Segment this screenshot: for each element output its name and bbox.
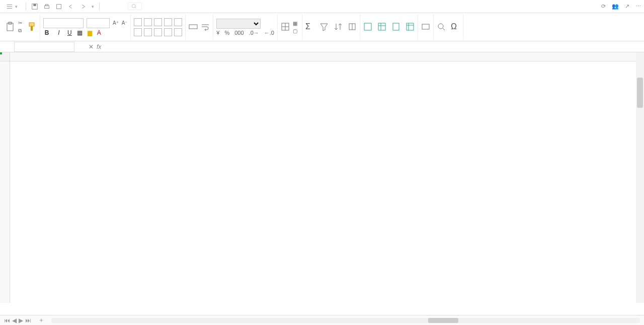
number-format-select[interactable] [216, 19, 261, 29]
save-icon[interactable] [31, 3, 38, 10]
add-sheet-button[interactable]: ＋ [35, 316, 47, 324]
svg-rect-9 [31, 26, 33, 31]
select-all-corner[interactable] [0, 52, 10, 61]
svg-point-5 [132, 4, 135, 8]
file-menu[interactable]: ▾ [3, 2, 21, 11]
funnel-icon [319, 22, 329, 31]
merge-center-button[interactable] [189, 22, 198, 32]
symbol-button[interactable]: Ω [451, 22, 460, 32]
svg-rect-17 [422, 24, 429, 29]
sheet-nav-arrows[interactable]: ⏮ ◀ ▶ ⏭ [0, 317, 35, 324]
sort-icon [334, 22, 343, 31]
more-icon[interactable]: ⋯ [635, 3, 641, 10]
last-sheet-icon[interactable]: ⏭ [25, 317, 31, 324]
first-sheet-icon[interactable]: ⏮ [4, 317, 10, 324]
fill-color-button[interactable]: ▆ [88, 29, 92, 36]
prev-sheet-icon[interactable]: ◀ [12, 317, 17, 324]
sort-button[interactable] [334, 22, 343, 32]
redo-icon[interactable] [79, 3, 87, 10]
vertical-scrollbar[interactable] [636, 52, 644, 303]
copy-button[interactable]: ⧉ [18, 28, 24, 34]
table-icon: ▦ [293, 21, 297, 26]
sum-button[interactable]: Σ [305, 22, 314, 32]
wrap-text-button[interactable] [201, 22, 210, 32]
paste-icon [5, 22, 15, 32]
cells-button[interactable] [363, 22, 372, 32]
font-size-select[interactable] [87, 18, 110, 28]
comma-icon[interactable]: 000 [234, 30, 244, 36]
cells-icon [363, 22, 372, 31]
cond-format-button[interactable] [281, 22, 290, 32]
italic-button[interactable]: I [55, 29, 62, 36]
currency-icon[interactable]: ¥ [216, 30, 219, 36]
sync-status[interactable]: ⟳ [601, 3, 606, 10]
decrease-font-icon[interactable]: A⁻ [122, 20, 128, 26]
preview-icon[interactable] [55, 3, 62, 10]
qat-more-icon[interactable]: ▾ [92, 4, 94, 9]
copy-icon: ⧉ [18, 28, 22, 34]
svg-rect-16 [407, 23, 414, 30]
row-headers[interactable] [0, 61, 10, 303]
cut-button[interactable]: ✂ [18, 20, 24, 26]
font-name-select[interactable] [43, 18, 84, 28]
scissors-icon: ✂ [18, 20, 22, 26]
sheet-button[interactable] [391, 22, 400, 32]
paste-button[interactable] [5, 22, 15, 33]
formula-input[interactable] [101, 42, 644, 52]
cancel-icon[interactable]: ✕ [89, 43, 94, 50]
svg-rect-1 [33, 4, 36, 6]
merge-icon [189, 22, 198, 31]
share-button[interactable]: ↗ [625, 3, 629, 10]
rowcol-icon [377, 22, 386, 31]
formula-bar: ✕ fx [0, 41, 644, 52]
svg-point-18 [438, 24, 443, 29]
find-button[interactable] [437, 22, 446, 32]
dec-decimal-icon[interactable]: ←.0 [264, 30, 274, 36]
svg-rect-4 [57, 4, 61, 9]
svg-rect-10 [189, 25, 197, 29]
spreadsheet-grid[interactable] [0, 52, 644, 303]
print-icon[interactable] [43, 3, 50, 10]
search-icon [437, 22, 446, 31]
svg-rect-3 [45, 4, 48, 6]
rowcol-button[interactable] [377, 22, 386, 32]
svg-rect-13 [364, 23, 371, 30]
table-style-button[interactable]: ▦ [293, 21, 299, 26]
alignment-group[interactable] [134, 18, 182, 36]
inc-decimal-icon[interactable]: .0→ [249, 30, 259, 36]
brush-icon [27, 22, 37, 32]
grid-icon [281, 22, 290, 31]
top-right-actions: ⟳ 👥 ↗ ⋯ [601, 3, 641, 10]
increase-font-icon[interactable]: A⁺ [113, 20, 119, 26]
cell-style-button[interactable]: ▢ [293, 28, 299, 34]
underline-button[interactable]: U [67, 29, 72, 36]
percent-icon[interactable]: % [224, 30, 229, 36]
border-button[interactable]: ▦ [77, 29, 83, 36]
command-search[interactable] [128, 3, 142, 10]
svg-rect-14 [378, 23, 385, 30]
menu-bar: ▾ ▾ ⟳ 👥 ↗ ⋯ [0, 0, 644, 13]
next-sheet-icon[interactable]: ▶ [19, 317, 23, 324]
name-box[interactable] [14, 42, 74, 52]
format-painter-button[interactable] [27, 22, 37, 33]
font-color-button[interactable]: A [97, 29, 101, 36]
collab-button[interactable]: 👥 [612, 3, 619, 10]
freeze-button[interactable] [406, 22, 415, 32]
fill-icon [348, 22, 357, 31]
column-headers[interactable] [10, 52, 636, 61]
svg-rect-8 [29, 23, 34, 26]
fill-button[interactable] [348, 22, 357, 32]
svg-rect-7 [9, 22, 12, 24]
sigma-icon: Σ [305, 22, 314, 31]
svg-rect-2 [45, 6, 49, 8]
filter-button[interactable] [319, 22, 329, 32]
tabletool-button[interactable] [421, 22, 430, 32]
fx-icon[interactable]: fx [97, 43, 101, 50]
quick-access-toolbar: ▾ [31, 3, 94, 10]
horizontal-scrollbar[interactable] [51, 318, 640, 323]
tabletool-icon [421, 22, 430, 31]
menu-icon [6, 3, 13, 10]
bold-button[interactable]: B [43, 29, 50, 36]
cell-icon: ▢ [293, 28, 297, 34]
undo-icon[interactable] [67, 3, 74, 10]
